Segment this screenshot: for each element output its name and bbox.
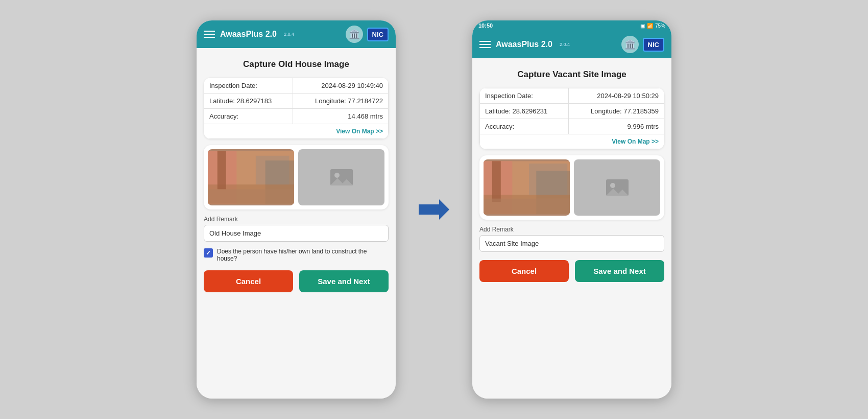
view-map-link-1[interactable]: View On Map >> [204,124,389,139]
svg-marker-11 [419,199,449,220]
app-version-2: 2.0.4 [560,42,570,47]
inspection-label-2: Inspection Date: [480,88,569,104]
placeholder-photo-1[interactable] [298,149,384,205]
svg-rect-6 [208,189,294,203]
captured-photo-2[interactable] [484,159,570,216]
button-row-2: Cancel Save and Next [479,260,664,282]
table-row: View On Map >> [480,134,664,149]
accuracy-value-2: 9.996 mtrs [568,119,664,134]
info-card-2: Inspection Date: 2024-08-29 10:50:29 Lat… [479,88,664,149]
phone-content-2: Capture Vacant Site Image Inspection Dat… [472,58,671,399]
app-header-1: AwaasPlus 2.0 2.0.4 🏛️ NIC [197,20,396,48]
arrow-wrapper [416,197,452,222]
accuracy-value-1: 14.468 mtrs [293,109,388,124]
latitude-label-2: Latitude: 28.6296231 [480,104,569,119]
remark-section-1: Add Remark [204,216,389,242]
table-row: Inspection Date: 2024-08-29 10:49:40 [204,78,389,94]
image-area-1 [204,145,389,210]
phone-content-1: Capture Old House Image Inspection Date:… [197,48,396,399]
table-row: Accuracy: 14.468 mtrs [204,109,389,124]
save-button-1[interactable]: Save and Next [299,270,389,292]
svg-point-9 [334,173,340,178]
svg-rect-4 [218,151,226,189]
app-title-2: AwaasPlus 2.0 [496,40,552,49]
remark-label-1: Add Remark [204,216,389,223]
svg-rect-5 [256,156,290,184]
app-title-1: AwaasPlus 2.0 [220,30,277,39]
placeholder-svg-1 [326,162,357,193]
status-time: 10:50 [478,22,493,29]
svg-rect-16 [492,161,501,202]
table-row: Latitude: 28.6296231 Longitude: 77.21853… [480,104,664,119]
app-header-2: AwaasPlus 2.0 2.0.4 🏛️ NIC [472,31,671,58]
placeholder-svg-2 [602,172,633,203]
captured-photo-1[interactable] [208,149,294,205]
status-icons: ▣ 📶 75% [640,23,665,29]
table-row: Accuracy: 9.996 mtrs [480,119,664,134]
phone-2: 10:50 ▣ 📶 75% AwaasPlus 2.0 2.0.4 🏛️ NIC [472,20,671,399]
header-right-1: 🏛️ NIC [346,26,389,43]
longitude-label-1: Longitude: 77.2184722 [293,94,388,109]
image-area-2 [479,155,664,220]
image-card-2 [479,155,664,220]
svg-point-21 [610,183,615,188]
checkbox-icon-1[interactable] [204,248,213,258]
nic-badge-2: NIC [643,38,664,52]
inspection-label-1: Inspection Date: [204,78,293,94]
table-row: View On Map >> [204,124,389,139]
status-bar-2: 10:50 ▣ 📶 75% [472,20,671,31]
table-row: Inspection Date: 2024-08-29 10:50:29 [480,88,664,104]
signal-icon: 📶 [647,23,653,29]
info-table-2: Inspection Date: 2024-08-29 10:50:29 Lat… [479,88,664,149]
header-right-2: 🏛️ NIC [621,36,664,53]
info-table-1: Inspection Date: 2024-08-29 10:49:40 Lat… [204,78,389,139]
inspection-value-2: 2024-08-29 10:50:29 [568,88,664,104]
svg-rect-18 [484,199,570,214]
emblem-icon-1: 🏛️ [346,26,363,43]
table-row: Latitude: 28.6297183 Longitude: 77.21847… [204,94,389,109]
page-wrapper: AwaasPlus 2.0 2.0.4 🏛️ NIC Capture Old H… [0,0,868,419]
app-version-1: 2.0.4 [284,32,294,37]
longitude-label-2: Longitude: 77.2185359 [568,104,664,119]
remark-label-2: Add Remark [479,226,664,233]
photo-svg-2 [484,159,570,216]
emblem-icon-2: 🏛️ [621,36,639,53]
cancel-button-2[interactable]: Cancel [479,260,569,282]
hamburger-icon-1[interactable] [204,31,215,38]
remark-input-1[interactable] [204,225,389,242]
checkbox-label-1: Does the person have his/her own land to… [217,248,389,262]
remark-input-2[interactable] [479,235,664,252]
page-title-1: Capture Old House Image [204,55,389,72]
placeholder-photo-2[interactable] [574,159,660,216]
page-title-2: Capture Vacant Site Image [479,65,664,82]
nic-badge-1: NIC [367,28,389,41]
info-card-1: Inspection Date: 2024-08-29 10:49:40 Lat… [204,78,389,139]
next-arrow-icon [416,197,452,222]
header-left-2: AwaasPlus 2.0 2.0.4 [479,40,570,49]
photo-svg-1 [208,149,294,205]
svg-rect-17 [529,164,567,195]
cancel-button-1[interactable]: Cancel [204,270,293,292]
battery-percent: 75% [655,23,665,29]
phone-1: AwaasPlus 2.0 2.0.4 🏛️ NIC Capture Old H… [197,20,396,399]
latitude-label-1: Latitude: 28.6297183 [204,94,293,109]
button-row-1: Cancel Save and Next [204,270,389,292]
hamburger-icon-2[interactable] [479,41,491,48]
accuracy-label-2: Accuracy: [480,119,569,134]
accuracy-label-1: Accuracy: [204,109,293,124]
inspection-value-1: 2024-08-29 10:49:40 [293,78,388,94]
remark-section-2: Add Remark [479,226,664,252]
battery-icon: ▣ [640,23,645,29]
view-map-link-2[interactable]: View On Map >> [480,134,664,149]
checkbox-row-1[interactable]: Does the person have his/her own land to… [204,248,389,262]
image-card-1 [204,145,389,210]
save-button-2[interactable]: Save and Next [575,260,664,282]
header-left-1: AwaasPlus 2.0 2.0.4 [204,30,294,39]
